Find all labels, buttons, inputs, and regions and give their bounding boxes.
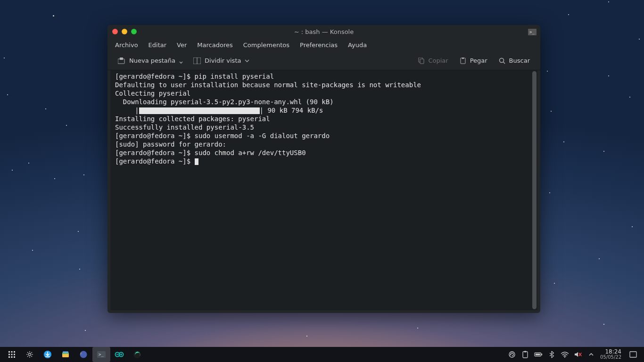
menubar: Archivo Editar Ver Marcadores Complement… bbox=[107, 38, 540, 51]
tray-volume-muted-icon[interactable] bbox=[574, 350, 582, 359]
close-button[interactable] bbox=[112, 29, 118, 34]
copy-icon bbox=[418, 58, 424, 64]
scrollbar[interactable] bbox=[532, 71, 537, 309]
svg-rect-34 bbox=[63, 352, 68, 353]
svg-point-10 bbox=[499, 58, 504, 62]
svg-rect-7 bbox=[420, 59, 424, 64]
firefox-task-icon[interactable] bbox=[74, 347, 92, 362]
tray-wifi-icon[interactable] bbox=[561, 350, 569, 359]
split-icon bbox=[193, 58, 201, 64]
tray-expand-icon[interactable] bbox=[587, 350, 595, 359]
svg-rect-48 bbox=[536, 354, 540, 355]
svg-line-28 bbox=[27, 356, 28, 357]
window-title: ~ : bash — Konsole bbox=[294, 28, 354, 35]
system-tray: 18:24 05/05/22 bbox=[504, 349, 641, 360]
svg-rect-46 bbox=[524, 351, 526, 353]
svg-rect-3 bbox=[120, 58, 123, 60]
svg-rect-13 bbox=[11, 351, 13, 353]
svg-rect-15 bbox=[8, 354, 10, 355]
chevron-down-icon[interactable] bbox=[245, 59, 249, 62]
svg-line-11 bbox=[503, 62, 505, 64]
svg-point-44 bbox=[509, 352, 515, 357]
svg-line-29 bbox=[31, 352, 32, 353]
tab-icon bbox=[118, 58, 125, 64]
paste-icon bbox=[460, 58, 466, 64]
copy-button[interactable]: Copiar bbox=[414, 55, 452, 66]
cursor bbox=[195, 158, 198, 165]
svg-point-50 bbox=[564, 356, 565, 357]
obs-task-icon[interactable] bbox=[128, 347, 146, 362]
split-view-button[interactable]: Dividir vista bbox=[190, 55, 253, 66]
tray-show-desktop-icon[interactable] bbox=[629, 350, 637, 359]
svg-rect-14 bbox=[14, 351, 15, 353]
settings-task-icon[interactable] bbox=[21, 347, 39, 362]
titlebar[interactable]: ~ : bash — Konsole >_ bbox=[107, 25, 540, 38]
konsole-window: ~ : bash — Konsole >_ Archivo Editar Ver… bbox=[107, 25, 540, 313]
svg-rect-16 bbox=[11, 354, 13, 355]
split-view-label: Dividir vista bbox=[205, 57, 241, 64]
new-tab-button[interactable]: Nueva pestaña bbox=[114, 55, 187, 66]
new-tab-label: Nueva pestaña bbox=[129, 57, 175, 64]
search-button[interactable]: Buscar bbox=[495, 55, 534, 66]
clock-time: 18:24 bbox=[600, 349, 621, 354]
svg-rect-53 bbox=[630, 352, 636, 357]
clock-date: 05/05/22 bbox=[600, 354, 621, 360]
menu-ver[interactable]: Ver bbox=[172, 40, 191, 50]
clock[interactable]: 18:24 05/05/22 bbox=[600, 349, 621, 360]
menu-ayuda[interactable]: Ayuda bbox=[343, 40, 372, 50]
minimize-button[interactable] bbox=[122, 29, 127, 34]
svg-text:>_: >_ bbox=[529, 30, 535, 34]
taskbar: >_ bbox=[0, 347, 644, 362]
downloads-task-icon[interactable] bbox=[39, 347, 57, 362]
tray-clipboard-icon[interactable] bbox=[521, 350, 529, 359]
tray-battery-icon[interactable] bbox=[534, 350, 543, 359]
svg-rect-12 bbox=[8, 351, 10, 353]
progress-bar bbox=[139, 107, 260, 114]
konsole-task-icon[interactable]: >_ bbox=[92, 347, 110, 362]
menu-preferencias[interactable]: Preferencias bbox=[295, 40, 342, 50]
tray-bluetooth-icon[interactable] bbox=[547, 350, 556, 359]
app-launcher-icon[interactable] bbox=[3, 347, 21, 362]
copy-label: Copiar bbox=[428, 57, 448, 64]
menu-complementos[interactable]: Complementos bbox=[239, 40, 294, 50]
svg-line-27 bbox=[31, 356, 32, 357]
toolbar: Nueva pestaña Dividir vista Copiar Pegar… bbox=[107, 51, 540, 70]
paste-button[interactable]: Pegar bbox=[456, 55, 491, 66]
svg-rect-20 bbox=[14, 356, 15, 358]
desktop: ~ : bash — Konsole >_ Archivo Editar Ver… bbox=[0, 0, 644, 362]
paste-label: Pegar bbox=[470, 57, 487, 64]
terminal[interactable]: [gerardo@fedora ~]$ pip install pyserial… bbox=[110, 70, 537, 310]
svg-point-21 bbox=[29, 354, 31, 356]
search-icon bbox=[499, 58, 505, 64]
konsole-icon: >_ bbox=[528, 28, 537, 35]
menu-editar[interactable]: Editar bbox=[144, 40, 172, 50]
svg-rect-18 bbox=[8, 356, 10, 358]
search-label: Buscar bbox=[509, 57, 530, 64]
svg-rect-45 bbox=[523, 352, 528, 358]
svg-rect-19 bbox=[11, 356, 13, 358]
svg-rect-17 bbox=[14, 354, 15, 355]
files-task-icon[interactable] bbox=[57, 347, 74, 362]
svg-rect-49 bbox=[541, 354, 542, 355]
svg-line-26 bbox=[27, 352, 28, 353]
maximize-button[interactable] bbox=[131, 29, 137, 34]
menu-archivo[interactable]: Archivo bbox=[110, 40, 143, 50]
svg-rect-9 bbox=[462, 58, 464, 59]
menu-marcadores[interactable]: Marcadores bbox=[192, 40, 237, 50]
tray-updates-icon[interactable] bbox=[508, 350, 516, 359]
chevron-down-icon[interactable] bbox=[179, 58, 183, 64]
arduino-task-icon[interactable] bbox=[110, 347, 128, 362]
svg-text:>_: >_ bbox=[99, 352, 104, 357]
